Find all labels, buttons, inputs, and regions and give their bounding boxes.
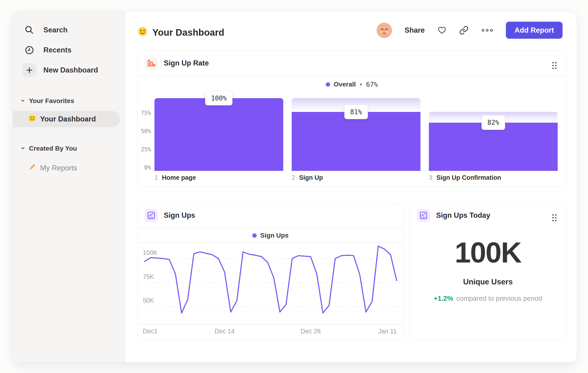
- line-y-tick-label: 75K: [143, 273, 154, 281]
- pencil-emoji-icon: [28, 163, 36, 173]
- section-label: Your Favorites: [29, 97, 74, 105]
- sidebar-item-my-reports[interactable]: My Reports: [28, 161, 77, 175]
- sidebar: Search Recents New Dashboard Your Favori…: [13, 11, 126, 362]
- page-title: Your Dashboard: [137, 24, 224, 41]
- line-x-tick-label: Dec 28: [294, 328, 327, 335]
- line-chart-icon: [417, 209, 430, 222]
- line-x-tick-label: Dec 14: [208, 328, 241, 335]
- step-index: 1: [155, 174, 158, 181]
- chevron-down-icon: [21, 145, 25, 152]
- page: { "sidebar": { "items": [ { "icon": "sea…: [0, 0, 588, 373]
- sidebar-item-label: Recents: [43, 46, 72, 54]
- favorite-heart-icon[interactable]: [437, 26, 447, 35]
- step-name: Home page: [162, 174, 196, 181]
- step-index: 3: [429, 174, 432, 181]
- line-chart-card[interactable]: Sign Ups Sign Ups 100K75K50KDec1Dec 14De…: [137, 203, 403, 341]
- big-number-card[interactable]: Sign Ups Today 100K Unique Users +1.2% c…: [410, 203, 566, 341]
- line-x-tick-label: Jan 11: [378, 328, 397, 335]
- funnel-value-tooltip: 81%: [344, 105, 368, 119]
- funnel-value-tooltip: 100%: [205, 91, 232, 105]
- line-x-tick-label: Dec1: [143, 328, 158, 335]
- funnel-value-tooltip: 82%: [482, 115, 505, 130]
- funnel-step-label: 1Home page: [155, 174, 196, 181]
- sidebar-section-your-favorites[interactable]: Your Favorites: [21, 97, 74, 105]
- funnel-bar[interactable]: [292, 112, 420, 171]
- funnel-y-tick-label: 50%: [138, 128, 151, 134]
- delta-value: +1.2%: [434, 295, 453, 302]
- more-options-icon[interactable]: [481, 28, 493, 33]
- step-index: 2: [292, 174, 295, 181]
- funnel-y-tick-label: 0%: [138, 164, 151, 171]
- line-y-tick-label: 100K: [143, 249, 158, 256]
- add-report-button[interactable]: Add Report: [506, 22, 563, 39]
- delta-row: +1.2% compared to previous period: [410, 295, 566, 302]
- metric-label: Unique Users: [410, 277, 566, 286]
- header-actions: Share Add Report: [377, 22, 563, 39]
- app-window: Search Recents New Dashboard Your Favori…: [13, 11, 577, 363]
- card-title: Sign Ups Today: [436, 211, 490, 220]
- clock-icon: [22, 43, 36, 57]
- sidebar-item-label: Search: [43, 26, 67, 34]
- funnel-plot: 75%50%25%0%100%1Home page81%2Sign Up82%3…: [138, 51, 566, 186]
- drag-handle-icon[interactable]: [551, 213, 557, 223]
- copy-link-icon[interactable]: [459, 26, 469, 35]
- sidebar-item-label: Your Dashboard: [40, 115, 96, 123]
- sidebar-item-recents[interactable]: Recents: [22, 43, 72, 57]
- avatar[interactable]: [377, 23, 392, 38]
- sidebar-item-new-dashboard[interactable]: New Dashboard: [22, 63, 98, 77]
- funnel-step-label: 3Sign Up Confirmation: [429, 174, 501, 181]
- smiley-emoji-icon: [137, 26, 148, 39]
- funnel-card[interactable]: Sign Up Rate Overall • 67% 75%50%25%0%10…: [137, 51, 566, 187]
- smiley-emoji-icon: [28, 114, 36, 124]
- step-name: Sign Up Confirmation: [436, 174, 501, 181]
- sidebar-item-your-dashboard[interactable]: Your Dashboard: [13, 111, 120, 127]
- search-icon: [22, 23, 36, 37]
- line-y-tick-label: 50K: [143, 297, 154, 304]
- funnel-bar[interactable]: [155, 98, 283, 171]
- sidebar-item-label: My Reports: [40, 164, 77, 172]
- share-button[interactable]: Share: [405, 26, 425, 34]
- funnel-bar[interactable]: [429, 123, 558, 171]
- funnel-step-label: 2Sign Up: [292, 174, 323, 181]
- line-series[interactable]: [145, 246, 397, 313]
- funnel-y-tick-label: 75%: [138, 110, 151, 116]
- funnel-y-tick-label: 25%: [138, 146, 151, 153]
- step-name: Sign Up: [299, 174, 323, 181]
- line-chart-svg: [138, 243, 403, 341]
- delta-note: compared to previous period: [456, 295, 542, 302]
- today-card-header: Sign Ups Today: [417, 209, 490, 222]
- section-label: Created By You: [29, 145, 77, 152]
- sidebar-item-search[interactable]: Search: [22, 23, 67, 37]
- big-number-value: 100K: [410, 236, 566, 269]
- chevron-down-icon: [21, 97, 25, 105]
- sidebar-item-label: New Dashboard: [43, 66, 98, 74]
- sidebar-section-created-by-you[interactable]: Created By You: [21, 145, 77, 152]
- plus-icon: [22, 63, 36, 77]
- line-plot: 100K75K50KDec1Dec 14Dec 28Jan 11: [138, 203, 403, 340]
